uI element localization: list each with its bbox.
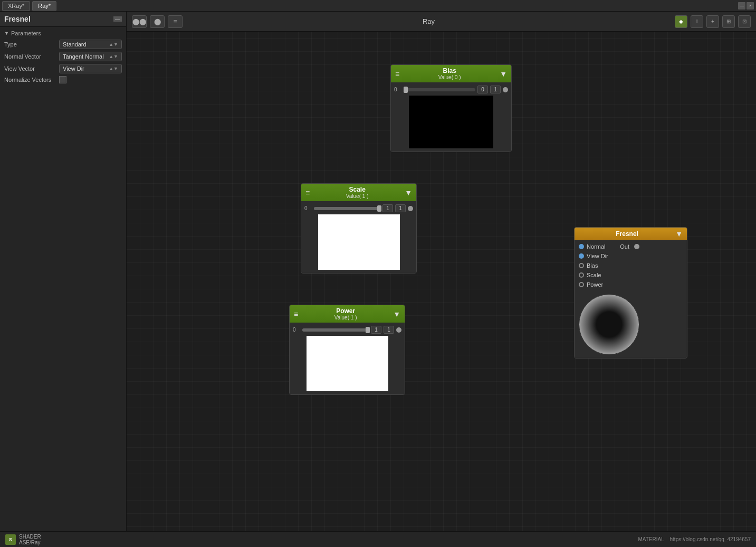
fresnel-inputs: Normal Out View Dir Bias bbox=[579, 243, 639, 355]
fresnel-radio-normal[interactable] bbox=[579, 244, 584, 249]
power-slider-row: 0 1 1 bbox=[293, 326, 401, 334]
bias-node-body: 0 0 1 bbox=[391, 82, 511, 152]
canvas-title: Ray bbox=[186, 17, 672, 25]
url-label: https://blog.csdn.net/qq_42194657 bbox=[670, 536, 751, 542]
bias-node[interactable]: ≡ Bias Value( 0 ) ▼ 0 0 1 bbox=[390, 64, 512, 152]
canvas-area: ⬤⬤ ⬤ ≡ Ray ◆ i + ⊞ ⊡ ≡ bbox=[127, 12, 756, 531]
bias-slider-val1: 0 bbox=[477, 86, 488, 93]
param-view-row: View Vector View Dir ▲▼ bbox=[4, 64, 122, 73]
bias-preview bbox=[409, 96, 493, 148]
power-preview bbox=[307, 336, 388, 391]
fresnel-input-scale: Scale bbox=[579, 272, 639, 278]
bias-dropdown-icon[interactable]: ▼ bbox=[500, 70, 507, 78]
fresnel-input-normal: Normal Out bbox=[579, 243, 639, 250]
scale-node-header[interactable]: ≡ Scale Value( 1 ) ▼ bbox=[301, 184, 416, 201]
toolbar-menu-btn[interactable]: ≡ bbox=[168, 15, 183, 28]
fresnel-label-normal: Normal bbox=[587, 243, 605, 250]
param-type-label: Type bbox=[4, 41, 57, 48]
toolbar-info-btn[interactable]: i bbox=[691, 15, 703, 28]
params-section: Parameters Type Standard ▲▼ Normal Vecto… bbox=[0, 27, 126, 89]
scale-slider-row: 0 1 1 bbox=[304, 204, 413, 212]
scale-node-subtitle: Value( 1 ) bbox=[310, 193, 405, 199]
scale-node[interactable]: ≡ Scale Value( 1 ) ▼ 0 1 1 bbox=[301, 183, 417, 274]
param-type-value[interactable]: Standard ▲▼ bbox=[59, 40, 122, 49]
param-normalize-checkbox[interactable] bbox=[59, 76, 66, 83]
power-dropdown-icon[interactable]: ▼ bbox=[393, 310, 400, 318]
toolbar-grid-btn[interactable]: ⊞ bbox=[722, 15, 735, 28]
param-normal-row: Normal Vector Tangent Normal ▲▼ bbox=[4, 52, 122, 61]
fresnel-node-header[interactable]: Fresnel ▼ bbox=[575, 228, 687, 240]
left-panel: Fresnel — Parameters Type Standard ▲▼ No… bbox=[0, 12, 127, 531]
power-slider-track[interactable] bbox=[302, 328, 369, 332]
toolbar-expand-btn[interactable]: ⊡ bbox=[738, 15, 751, 28]
power-node[interactable]: ≡ Power Value( 1 ) ▼ 0 1 1 bbox=[289, 305, 405, 395]
power-slider-val1: 1 bbox=[371, 326, 381, 334]
power-node-subtitle: Value( 1 ) bbox=[298, 315, 393, 320]
param-normalize-label: Normalize Vectors bbox=[4, 77, 57, 83]
param-normal-arrow: ▲▼ bbox=[109, 54, 118, 59]
toolbar-add-btn[interactable]: + bbox=[706, 15, 719, 28]
toolbar-toggle-btn[interactable]: ⬤⬤ bbox=[132, 15, 147, 28]
scale-node-body: 0 1 1 bbox=[301, 201, 416, 273]
param-view-arrow: ▲▼ bbox=[109, 66, 118, 71]
bias-slider-row: 0 0 1 bbox=[394, 86, 508, 93]
scale-dropdown-icon[interactable]: ▼ bbox=[405, 188, 412, 197]
scale-node-title: Scale bbox=[310, 186, 405, 193]
material-label: MATERIAL bbox=[638, 536, 664, 542]
shader-sub: ASE/Ray bbox=[19, 540, 41, 545]
param-view-value[interactable]: View Dir ▲▼ bbox=[59, 64, 122, 73]
param-normal-value[interactable]: Tangent Normal ▲▼ bbox=[59, 52, 122, 61]
bias-slider-track[interactable] bbox=[404, 88, 475, 91]
power-node-header[interactable]: ≡ Power Value( 1 ) ▼ bbox=[290, 305, 405, 323]
tab-ray[interactable]: Ray* bbox=[32, 1, 56, 11]
bottom-right: MATERIAL https://blog.csdn.net/qq_421946… bbox=[638, 536, 751, 542]
panel-minimize-btn[interactable]: — bbox=[113, 16, 122, 22]
param-type-arrow: ▲▼ bbox=[109, 42, 118, 47]
bias-output-connector[interactable] bbox=[503, 87, 508, 92]
param-view-label: View Vector bbox=[4, 65, 57, 72]
fresnel-label-scale: Scale bbox=[587, 272, 601, 278]
param-type-row: Type Standard ▲▼ bbox=[4, 40, 122, 49]
close-btn[interactable]: × bbox=[747, 2, 754, 10]
fresnel-output-connector[interactable] bbox=[634, 244, 639, 249]
power-node-body: 0 1 1 bbox=[290, 323, 405, 394]
fresnel-label-bias: Bias bbox=[587, 262, 598, 269]
fresnel-input-power: Power bbox=[579, 281, 639, 288]
scale-preview bbox=[318, 214, 400, 270]
power-slider-val2: 1 bbox=[384, 326, 394, 334]
scale-slider-track[interactable] bbox=[314, 207, 380, 210]
power-menu-icon[interactable]: ≡ bbox=[294, 310, 298, 318]
scale-output-connector[interactable] bbox=[408, 206, 413, 211]
bottom-shader-text: SHADER ASE/Ray bbox=[19, 534, 41, 545]
param-normalize-row: Normalize Vectors bbox=[4, 76, 122, 83]
bias-slider-val2: 1 bbox=[490, 86, 501, 93]
fresnel-radio-power[interactable] bbox=[579, 282, 584, 287]
fresnel-label-viewdir: View Dir bbox=[587, 253, 608, 259]
toolbar-circle-btn[interactable]: ⬤ bbox=[150, 15, 165, 28]
power-output-connector[interactable] bbox=[396, 327, 401, 333]
toolbar-diamond-btn[interactable]: ◆ bbox=[675, 15, 687, 28]
fresnel-radio-bias[interactable] bbox=[579, 263, 584, 268]
bias-node-subtitle: Value( 0 ) bbox=[399, 74, 500, 80]
bottom-bar: S SHADER ASE/Ray MATERIAL https://blog.c… bbox=[0, 531, 756, 547]
bias-node-header[interactable]: ≡ Bias Value( 0 ) ▼ bbox=[391, 65, 511, 82]
power-node-title: Power bbox=[298, 307, 393, 315]
power-slider-min: 0 bbox=[293, 327, 300, 333]
fresnel-output-label: Out bbox=[620, 243, 629, 250]
fresnel-node-title: Fresnel bbox=[579, 230, 675, 238]
fresnel-radio-viewdir[interactable] bbox=[579, 253, 584, 259]
fresnel-radio-scale[interactable] bbox=[579, 272, 584, 278]
scale-slider-val2: 1 bbox=[395, 204, 406, 212]
tab-xray[interactable]: XRay* bbox=[2, 1, 30, 11]
fresnel-input-bias: Bias bbox=[579, 262, 639, 269]
bias-menu-icon[interactable]: ≡ bbox=[395, 70, 399, 78]
minimize-btn[interactable]: — bbox=[738, 2, 745, 10]
panel-title-bar: Fresnel — bbox=[0, 12, 126, 27]
fresnel-input-viewdir: View Dir bbox=[579, 253, 639, 259]
main-layout: Fresnel — Parameters Type Standard ▲▼ No… bbox=[0, 12, 756, 531]
fresnel-node[interactable]: Fresnel ▼ Normal Out bbox=[574, 227, 687, 359]
bottom-left: S SHADER ASE/Ray bbox=[5, 534, 41, 545]
scale-menu-icon[interactable]: ≡ bbox=[305, 188, 310, 197]
fresnel-dropdown-icon[interactable]: ▼ bbox=[675, 230, 683, 238]
toolbar-right: ◆ i + ⊞ ⊡ bbox=[675, 15, 751, 28]
